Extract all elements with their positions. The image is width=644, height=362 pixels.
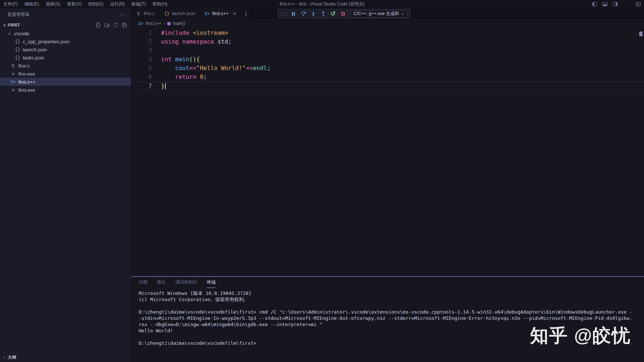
panel-tab-输出[interactable]: 输出 [157,277,166,288]
folder-section-header[interactable]: ∨ FIRST [0,21,131,29]
code-text: } [152,82,166,90]
json-file-icon: {} [164,11,170,16]
tab-label: launch.json [172,11,195,16]
code-token: endl [253,65,267,72]
panel-tab-终端[interactable]: 终端 [207,277,216,288]
debug-config-label: C/C++: g++.exe 生成和 [354,11,399,17]
outline-section[interactable]: › 大纲 [0,353,131,361]
breadcrumb-file[interactable]: first.c++ [146,21,161,26]
code-token: ; [267,65,271,72]
exe-file-icon: ≡ [10,87,16,93]
code-token: using [161,38,179,45]
step-over-button[interactable] [300,11,307,17]
code-token: << [189,65,196,72]
code-token: int [161,56,172,63]
step-into-button[interactable] [310,11,316,17]
code-line-1: 1#include <iostream> [131,29,644,37]
tab-bar: Cfirsr.c{}launch.jsonC+first.c++×{ ⋮⋮ [131,8,644,19]
tab-label: first.c++ [212,11,228,16]
line-number: 1 [131,29,152,37]
explorer-title: 资源管理器 [7,11,29,18]
terminal-line [139,303,634,309]
code-token: main [175,56,190,63]
menu-item-2[interactable]: 选择(S) [42,0,63,8]
toggle-panel-icon[interactable] [602,1,608,7]
code-token [161,65,175,72]
code-token: 0 [200,73,204,80]
drag-handle-icon[interactable]: ⋮⋮ [279,11,287,17]
code-text: #include <iostream> [152,29,228,37]
step-out-button[interactable] [320,11,326,17]
tab-first.c++[interactable]: C+first.c++× [200,8,241,19]
file-item-firsr.exe[interactable]: ≡firsr.exe [0,70,131,78]
new-file-icon[interactable] [95,22,101,28]
code-token [214,38,218,45]
file-label: firsr.exe [18,71,35,77]
code-line-7: 7} [131,81,644,90]
code-token: #include [161,29,189,36]
file-item-first.exe[interactable]: ≡first.exe [0,86,131,94]
panel-tab-问题[interactable]: 问题 [139,277,147,288]
breadcrumb-symbol[interactable]: main() [173,21,185,26]
menu-item-1[interactable]: 编辑(E) [21,0,42,8]
code-token [189,29,193,36]
c-file-icon: C [136,11,142,16]
restart-button[interactable]: ↺ [330,11,336,17]
debug-config-dropdown[interactable]: C/C++: g++.exe 生成和 ∨ [350,10,407,18]
file-item-c_cpp_properties.json[interactable]: {}c_cpp_properties.json [0,37,131,45]
refresh-icon[interactable] [113,22,118,28]
pause-button[interactable] [290,11,297,17]
line-number: 3 [131,46,152,55]
scrollbar-marker[interactable] [639,32,643,36]
chevron-right-icon: › [164,21,165,26]
terminal-line: (c) Microsoft Corporation。保留所有权利。 [139,296,634,303]
toggle-sidebar-left-icon[interactable] [592,1,597,7]
customize-layout-icon[interactable] [636,1,641,7]
file-label: firsr.c [18,63,30,69]
method-symbol-icon [167,22,171,25]
file-label: c_cpp_properties.json [23,39,69,44]
stop-button[interactable] [340,11,346,17]
collapse-all-icon[interactable] [122,22,127,28]
json-file-icon: {} [15,55,21,60]
explorer-actions [95,22,127,28]
close-icon[interactable]: × [233,11,236,17]
menu-item-7[interactable]: 帮助(H) [149,0,171,8]
menu-item-3[interactable]: 查看(V) [63,0,85,8]
menu-item-4[interactable]: 转到(G) [85,0,106,8]
json-file-icon: {} [15,39,21,44]
code-text: cout<<"Hello World!"<<endl; [152,64,271,73]
outline-label: 大纲 [8,355,16,360]
file-item-launch.json[interactable]: {}launch.json [0,45,131,54]
code-line-6: 6 return 0; [131,73,644,81]
toggle-sidebar-right-icon[interactable] [612,1,618,7]
file-tree: ∨.vscode{}c_cpp_properties.json{}launch.… [0,29,131,94]
code-editor[interactable]: 1#include <iostream>2using namespace std… [131,28,644,276]
tabs: Cfirsr.c{}launch.jsonC+first.c++×{ [131,8,249,19]
menu-item-0[interactable]: 文件(F) [0,0,21,8]
new-folder-icon[interactable] [104,22,110,28]
panel-tab-调试控制台[interactable]: 调试控制台 [175,277,197,288]
c-file-icon: C [10,63,16,68]
code-token: (){ [189,56,200,63]
json-file-icon: {} [15,47,21,52]
code-text: int main(){ [152,55,200,64]
file-item-first.c++[interactable]: C+first.c++ [0,78,131,86]
editor-area: Cfirsr.c{}launch.jsonC+first.c++×{ ⋮⋮ [131,8,644,362]
tab-label: firsr.c [144,11,155,16]
menu-bar: 文件(F)编辑(E)选择(S)查看(V)转到(G)运行(R)终端(T)帮助(H) [0,0,171,8]
debug-toolbar: ⋮⋮ ↺ [277,9,411,19]
tab-partial[interactable]: { [241,8,249,19]
tab-launch.json[interactable]: {}launch.json [160,8,200,19]
menu-item-6[interactable]: 终端(T) [128,0,149,8]
code-token: namespace [182,38,214,45]
code-token: ; [204,73,207,80]
chevron-down-icon: ∨ [7,32,12,36]
file-item-.vscode[interactable]: ∨.vscode [0,29,131,37]
code-token: std [217,38,228,45]
tab-firsr.c[interactable]: Cfirsr.c [131,8,160,19]
more-actions-icon[interactable]: ··· [120,12,126,17]
file-item-firsr.c[interactable]: Cfirsr.c [0,62,131,70]
file-item-tasks.json[interactable]: {}tasks.json [0,54,131,62]
menu-item-5[interactable]: 运行(R) [107,0,128,8]
